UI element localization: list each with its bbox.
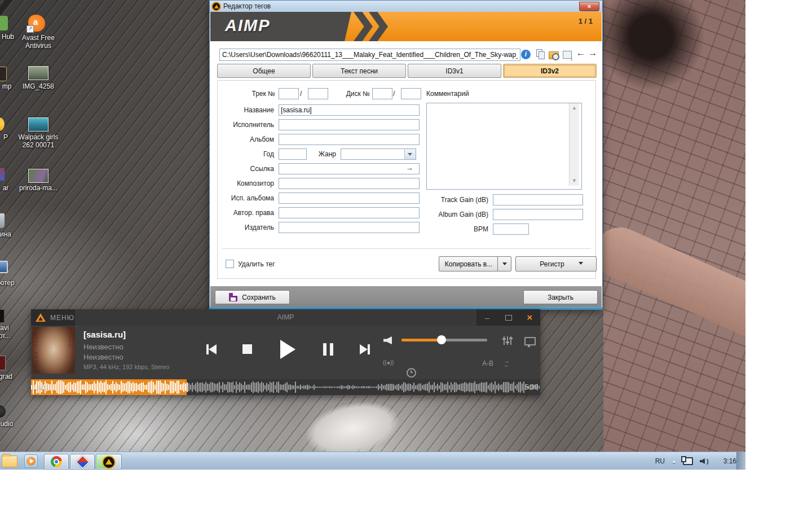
- ab-repeat-button[interactable]: A-B: [482, 360, 493, 367]
- album-input[interactable]: [279, 134, 420, 145]
- genre-dropdown-icon[interactable]: [404, 148, 416, 160]
- speaker-icon[interactable]: [700, 458, 705, 464]
- waveform-seekbar[interactable]: 1:43 5:39: [31, 379, 540, 395]
- wmp-taskbar-button[interactable]: [23, 454, 39, 468]
- language-indicator[interactable]: RU: [655, 457, 665, 465]
- volume-thumb[interactable]: [437, 335, 446, 344]
- network-icon[interactable]: [683, 457, 693, 465]
- copy-to-button[interactable]: Копировать в...: [439, 256, 498, 271]
- dialog-titlebar[interactable]: Редактор тегов: [210, 1, 602, 12]
- case-dropdown-icon[interactable]: [574, 256, 588, 270]
- field-label-title: Название: [218, 106, 274, 114]
- desktop-icon-computer[interactable]: [0, 261, 8, 273]
- desktop-icon-hub[interactable]: [0, 16, 8, 30]
- tab-id3v1[interactable]: ID3v1: [408, 64, 501, 78]
- desktop-icon-label[interactable]: ина: [0, 230, 16, 238]
- copy-icon[interactable]: [535, 49, 546, 60]
- artist-input[interactable]: [279, 119, 420, 130]
- disc-number-input[interactable]: [372, 88, 392, 99]
- album-gain-input[interactable]: [493, 209, 583, 220]
- chrome-taskbar-button[interactable]: [44, 454, 69, 470]
- close-icon[interactable]: ×: [519, 309, 540, 326]
- album-artist-input[interactable]: [279, 192, 420, 204]
- composer-input[interactable]: [279, 178, 420, 189]
- back-icon[interactable]: ←: [575, 47, 586, 59]
- desktop-icon-walpack[interactable]: [28, 117, 48, 132]
- file-path-input[interactable]: [219, 49, 520, 61]
- tab-lyrics[interactable]: Текст песни: [312, 64, 406, 78]
- desktop-icon-label[interactable]: avi рт...: [0, 324, 15, 340]
- desktop-icon-label[interactable]: udio: [0, 420, 18, 428]
- display-icon[interactable]: [524, 337, 536, 345]
- previous-icon[interactable]: [206, 344, 217, 354]
- desktop-icon-label[interactable]: grad: [0, 373, 16, 380]
- player-titlebar[interactable]: МЕНЮ AIMP – ×: [31, 309, 540, 326]
- disc-total-input[interactable]: [401, 88, 421, 99]
- desktop-icon-label[interactable]: mp: [0, 82, 17, 90]
- desktop-icon-label[interactable]: IMG_4258: [16, 82, 61, 90]
- title-input[interactable]: [279, 104, 420, 116]
- comment-scrollbar[interactable]: ▲ ▼: [569, 103, 579, 186]
- wmp-icon: [24, 454, 38, 468]
- desktop-icon-grad[interactable]: [0, 356, 6, 370]
- info-icon[interactable]: i: [521, 50, 531, 59]
- volume-icon[interactable]: [383, 336, 392, 344]
- bpm-input[interactable]: [493, 224, 529, 235]
- next-icon[interactable]: [360, 344, 370, 354]
- tray-arrow-icon[interactable]: ▲: [672, 459, 676, 464]
- play-icon[interactable]: [280, 340, 295, 359]
- copyright-input[interactable]: [279, 207, 420, 218]
- save-button-label: Сохранить: [242, 294, 276, 301]
- year-input[interactable]: [279, 148, 307, 160]
- desktop-icon-label[interactable]: Walpack girls 262 00071: [12, 133, 64, 149]
- desktop-icon-label[interactable]: ютер: [0, 279, 18, 287]
- repeat-icon[interactable]: →←: [504, 359, 510, 367]
- stop-icon[interactable]: [242, 344, 252, 354]
- delete-tag-checkbox[interactable]: [226, 260, 234, 268]
- genre-input[interactable]: [341, 148, 408, 160]
- link-go-icon[interactable]: →: [404, 164, 414, 173]
- minimize-icon[interactable]: –: [476, 309, 498, 326]
- scroll-up-icon[interactable]: ▲: [570, 103, 579, 113]
- sleep-timer-icon[interactable]: [407, 368, 416, 378]
- desktop-icon-ar[interactable]: [0, 168, 5, 181]
- save-button[interactable]: Сохранить: [215, 290, 290, 304]
- desktop-icon-avi[interactable]: [0, 309, 5, 323]
- track-total-input[interactable]: [308, 88, 328, 99]
- scroll-down-icon[interactable]: ▼: [570, 176, 579, 186]
- file-pager: 1 / 1: [579, 17, 593, 25]
- tab-common[interactable]: Общее: [217, 64, 311, 78]
- clock[interactable]: 3:16: [723, 457, 736, 465]
- radio-icon[interactable]: ((●)): [383, 360, 394, 366]
- forward-icon[interactable]: →: [587, 47, 598, 59]
- tab-id3v2[interactable]: ID3v2: [503, 64, 597, 78]
- track-gain-input[interactable]: [493, 194, 583, 205]
- dialog-header-banner: AIMP 1 / 1: [210, 12, 602, 41]
- desktop-icon-label[interactable]: priroda-ma...: [12, 184, 64, 192]
- diamond-player-taskbar-button[interactable]: [70, 454, 95, 470]
- close-dialog-button[interactable]: Закрыть: [523, 290, 598, 304]
- desktop-icon-avast[interactable]: a ↗: [28, 15, 45, 32]
- comment-textarea[interactable]: [426, 103, 582, 190]
- publisher-input[interactable]: [279, 222, 420, 233]
- url-input[interactable]: [279, 163, 420, 174]
- copy-to-dropdown-icon[interactable]: [497, 256, 511, 271]
- desktop-icon-recycle-bin[interactable]: [0, 213, 5, 228]
- close-button[interactable]: ×: [579, 2, 599, 11]
- explorer-icon: [2, 456, 17, 467]
- desktop-icon-img4258[interactable]: [28, 66, 48, 80]
- export-icon[interactable]: ↓: [563, 51, 572, 59]
- folder-search-icon[interactable]: [549, 51, 559, 59]
- desktop-icon-label[interactable]: Avast Free Antivirus: [16, 34, 61, 50]
- volume-slider[interactable]: [401, 339, 487, 341]
- desktop-icon-priroda[interactable]: [28, 169, 48, 183]
- maximize-icon[interactable]: [498, 309, 519, 326]
- track-number-input[interactable]: [279, 88, 299, 99]
- equalizer-icon[interactable]: [504, 336, 511, 345]
- pause-icon[interactable]: [323, 343, 333, 356]
- aimp-taskbar-button[interactable]: [96, 454, 122, 470]
- show-desktop-button[interactable]: [736, 452, 745, 470]
- desktop-icon-mp[interactable]: [0, 67, 7, 81]
- explorer-taskbar-button[interactable]: [0, 454, 19, 468]
- album-art[interactable]: VOCAL DRUM & BASS SELECTED WORKS: [32, 327, 75, 374]
